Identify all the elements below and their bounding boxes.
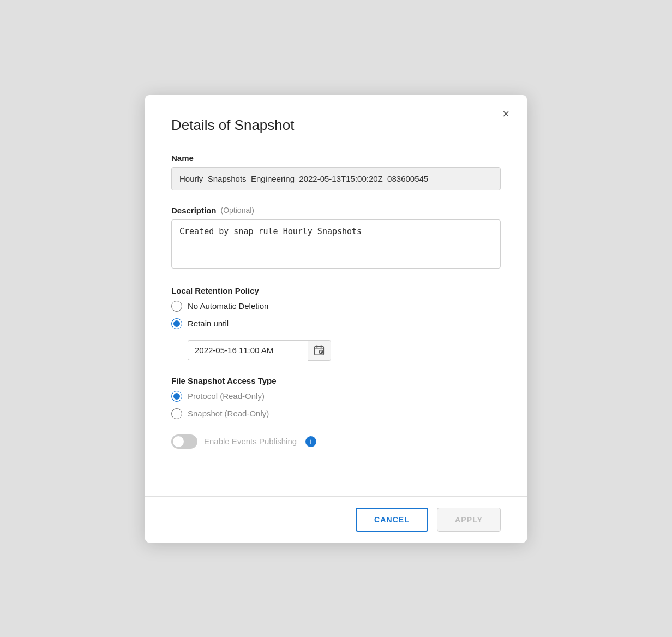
close-button[interactable]: × xyxy=(498,106,514,122)
name-input: Hourly_Snapshots_Engineering_2022-05-13T… xyxy=(171,167,501,190)
protocol-radio[interactable] xyxy=(171,391,182,402)
snapshot-radio[interactable] xyxy=(171,408,182,419)
description-textarea[interactable] xyxy=(171,219,501,269)
datetime-picker-button[interactable] xyxy=(308,340,331,361)
cancel-button[interactable]: CANCEL xyxy=(356,508,428,532)
datetime-input[interactable] xyxy=(188,340,308,360)
name-field-group: Name Hourly_Snapshots_Engineering_2022-0… xyxy=(171,153,501,190)
retain-until-radio[interactable] xyxy=(171,318,182,329)
apply-button[interactable]: APPLY xyxy=(437,508,501,532)
toggle-slider xyxy=(171,434,197,449)
retain-until-option[interactable]: Retain until xyxy=(171,318,501,329)
retention-field-group: Local Retention Policy No Automatic Dele… xyxy=(171,286,501,361)
protocol-label: Protocol (Read-Only) xyxy=(188,391,265,401)
events-publishing-toggle[interactable] xyxy=(171,434,197,449)
retain-until-row xyxy=(188,340,501,361)
no-deletion-label: No Automatic Deletion xyxy=(188,301,268,311)
access-type-field-group: File Snapshot Access Type Protocol (Read… xyxy=(171,376,501,419)
info-icon[interactable]: i xyxy=(305,436,316,447)
no-deletion-radio[interactable] xyxy=(171,301,182,312)
retention-options: No Automatic Deletion Retain until xyxy=(171,301,501,361)
datetime-picker-icon xyxy=(313,344,325,356)
dialog: Details of Snapshot × Name Hourly_Snapsh… xyxy=(145,95,527,543)
retain-until-label: Retain until xyxy=(188,319,229,328)
description-field-group: Description (Optional) xyxy=(171,206,501,271)
snapshot-label: Snapshot (Read-Only) xyxy=(188,409,269,418)
dialog-title: Details of Snapshot xyxy=(171,117,501,134)
dialog-footer: CANCEL APPLY xyxy=(145,496,527,543)
access-options: Protocol (Read-Only) Snapshot (Read-Only… xyxy=(171,391,501,419)
name-label: Name xyxy=(171,153,501,163)
optional-label: (Optional) xyxy=(221,206,254,215)
retention-label: Local Retention Policy xyxy=(171,286,501,295)
description-label: Description (Optional) xyxy=(171,206,501,215)
dialog-body: Details of Snapshot × Name Hourly_Snapsh… xyxy=(145,95,527,496)
events-publishing-label: Enable Events Publishing xyxy=(204,437,297,446)
no-deletion-option[interactable]: No Automatic Deletion xyxy=(171,301,501,312)
access-type-label: File Snapshot Access Type xyxy=(171,376,501,385)
protocol-option[interactable]: Protocol (Read-Only) xyxy=(171,391,501,402)
events-publishing-row: Enable Events Publishing i xyxy=(171,434,501,449)
snapshot-option[interactable]: Snapshot (Read-Only) xyxy=(171,408,501,419)
